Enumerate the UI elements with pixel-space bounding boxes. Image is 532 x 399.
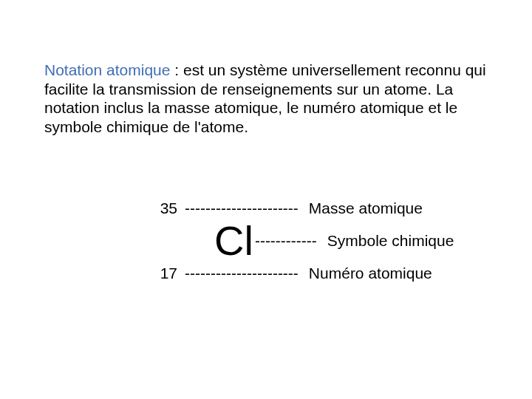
definition-term: Notation atomique xyxy=(44,61,170,78)
atomic-number-row: 17 ---------------------- Numéro atomiqu… xyxy=(44,265,488,282)
definition-paragraph: Notation atomique : est un système unive… xyxy=(44,61,488,136)
atomic-dashes: ---------------------- xyxy=(185,265,299,282)
mass-number: 35 xyxy=(44,200,185,217)
mass-label: Masse atomique xyxy=(299,200,423,217)
mass-row: 35 ---------------------- Masse atomique xyxy=(44,200,488,217)
atomic-notation-diagram: 35 ---------------------- Masse atomique… xyxy=(44,200,488,282)
slide: Notation atomique : est un système unive… xyxy=(0,0,532,399)
symbol-row: Cl ------------ Symbole chimique xyxy=(44,220,488,262)
symbol-dashes: ------------ xyxy=(255,232,317,250)
atomic-number-label: Numéro atomique xyxy=(299,265,432,282)
symbol-label: Symbole chimique xyxy=(317,232,454,250)
symbol-wrap: Cl ------------ xyxy=(185,220,317,262)
atomic-number: 17 xyxy=(44,265,185,282)
element-symbol: Cl xyxy=(185,220,255,262)
mass-dashes: ---------------------- xyxy=(185,200,299,217)
